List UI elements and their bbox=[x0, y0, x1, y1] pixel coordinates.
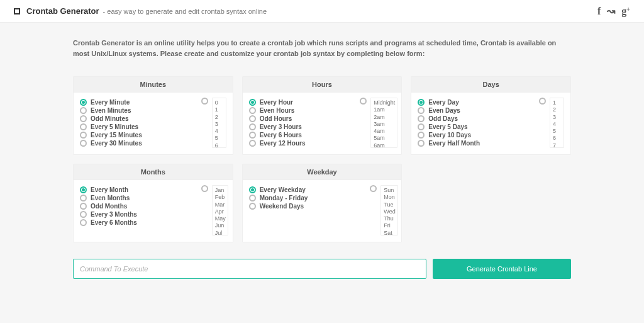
list-item[interactable]: 5 bbox=[215, 135, 224, 142]
list-item[interactable]: Midnight bbox=[374, 99, 395, 106]
twitter-icon[interactable]: ↝ bbox=[607, 5, 615, 17]
radio-option[interactable]: Every 3 Months bbox=[80, 211, 195, 218]
list-item[interactable]: 3am bbox=[374, 121, 395, 128]
panel-title-months: Months bbox=[74, 164, 233, 180]
days-list[interactable]: 123456789 bbox=[550, 98, 564, 147]
list-item[interactable]: Sat bbox=[384, 230, 395, 235]
radio-option[interactable]: Even Months bbox=[80, 195, 195, 201]
radio-icon bbox=[80, 115, 87, 122]
months-list-radio[interactable] bbox=[201, 185, 208, 192]
topbar: Crontab Generator - easy way to generate… bbox=[0, 0, 644, 23]
hours-options: Every HourEven HoursOdd HoursEvery 3 Hou… bbox=[249, 98, 354, 148]
radio-label: Even Months bbox=[91, 195, 130, 201]
list-item[interactable]: 1 bbox=[553, 99, 562, 106]
list-item[interactable]: 1 bbox=[215, 106, 224, 113]
list-item[interactable]: Feb bbox=[215, 194, 226, 201]
list-item[interactable]: 6am bbox=[374, 142, 395, 148]
radio-option[interactable]: Every 15 Minutes bbox=[80, 132, 195, 139]
radio-icon bbox=[80, 140, 87, 147]
list-item[interactable]: Jun bbox=[215, 222, 226, 229]
radio-option[interactable]: Every Minute bbox=[80, 99, 195, 106]
minutes-list-radio[interactable] bbox=[201, 98, 208, 105]
radio-label: Every 5 Days bbox=[428, 123, 467, 130]
list-item[interactable]: 4 bbox=[215, 128, 224, 135]
list-item[interactable]: Sun bbox=[384, 187, 395, 194]
list-item[interactable]: 4am bbox=[374, 128, 395, 135]
radio-option[interactable]: Every Weekday bbox=[249, 186, 364, 193]
radio-option[interactable]: Odd Minutes bbox=[80, 115, 195, 122]
radio-option[interactable]: Every 30 Minutes bbox=[80, 140, 195, 147]
list-item[interactable]: 1am bbox=[374, 106, 395, 113]
radio-icon bbox=[249, 140, 256, 147]
radio-option[interactable]: Every 3 Hours bbox=[249, 123, 354, 130]
list-item[interactable]: 6 bbox=[215, 142, 224, 148]
radio-option[interactable]: Every 6 Hours bbox=[249, 132, 354, 139]
weekday-list-radio[interactable] bbox=[370, 185, 377, 192]
radio-icon bbox=[418, 132, 425, 139]
list-item[interactable]: 5 bbox=[553, 128, 562, 135]
list-item[interactable]: 6 bbox=[553, 135, 562, 142]
radio-option[interactable]: Odd Months bbox=[80, 203, 195, 210]
radio-option[interactable]: Weekend Days bbox=[249, 203, 364, 210]
list-item[interactable]: 2am bbox=[374, 114, 395, 121]
radio-option[interactable]: Every 6 Months bbox=[80, 219, 195, 226]
radio-option[interactable]: Odd Hours bbox=[249, 115, 354, 122]
days-list-radio[interactable] bbox=[539, 98, 546, 105]
list-item[interactable]: Jan bbox=[215, 187, 226, 194]
radio-option[interactable]: Every Hour bbox=[249, 99, 354, 106]
list-item[interactable]: Mar bbox=[215, 201, 226, 208]
radio-option[interactable]: Every 10 Days bbox=[418, 132, 533, 139]
radio-option[interactable]: Every Day bbox=[418, 99, 533, 106]
radio-label: Odd Hours bbox=[260, 115, 292, 122]
radio-label: Every Hour bbox=[260, 99, 293, 106]
minutes-list[interactable]: 012345678 bbox=[213, 98, 226, 147]
radio-option[interactable]: Every Half Month bbox=[418, 140, 533, 147]
radio-icon bbox=[80, 132, 87, 139]
list-item[interactable]: 2 bbox=[553, 106, 562, 113]
radio-label: Even Hours bbox=[260, 107, 295, 114]
radio-label: Every Month bbox=[91, 186, 128, 193]
hours-list[interactable]: Midnight1am2am3am4am5am6am7am8am bbox=[371, 98, 397, 147]
list-item[interactable]: Mon bbox=[384, 194, 395, 201]
panel-title-days: Days bbox=[411, 77, 570, 93]
list-item[interactable]: Fri bbox=[384, 222, 395, 229]
list-item[interactable]: 7 bbox=[553, 142, 562, 148]
command-input[interactable] bbox=[73, 259, 426, 279]
radio-option[interactable]: Even Minutes bbox=[80, 107, 195, 114]
radio-label: Every 6 Months bbox=[91, 219, 137, 226]
radio-label: Odd Months bbox=[91, 203, 127, 210]
list-item[interactable]: Wed bbox=[384, 208, 395, 215]
brand-square-icon bbox=[14, 8, 20, 14]
list-item[interactable]: Jul bbox=[215, 230, 226, 235]
radio-icon bbox=[249, 195, 256, 201]
list-item[interactable]: 0 bbox=[215, 99, 224, 106]
generate-button[interactable]: Generate Crontab Line bbox=[433, 259, 571, 279]
radio-option[interactable]: Every Month bbox=[80, 186, 195, 193]
radio-icon bbox=[418, 140, 425, 147]
radio-option[interactable]: Even Days bbox=[418, 107, 533, 114]
googleplus-icon[interactable]: g+ bbox=[621, 6, 630, 17]
radio-label: Every 30 Minutes bbox=[91, 140, 142, 147]
list-item[interactable]: 3 bbox=[553, 114, 562, 121]
weekday-list[interactable]: SunMonTueWedThuFriSat bbox=[381, 186, 397, 235]
hours-list-radio[interactable] bbox=[360, 98, 367, 105]
list-item[interactable]: Apr bbox=[215, 208, 226, 215]
radio-option[interactable]: Every 12 Hours bbox=[249, 140, 354, 147]
list-item[interactable]: Tue bbox=[384, 201, 395, 208]
list-item[interactable]: 4 bbox=[553, 121, 562, 128]
radio-icon bbox=[80, 186, 87, 193]
radio-option[interactable]: Even Hours bbox=[249, 107, 354, 114]
list-item[interactable]: Thu bbox=[384, 215, 395, 222]
radio-option[interactable]: Every 5 Days bbox=[418, 123, 533, 130]
brand: Crontab Generator - easy way to generate… bbox=[14, 6, 267, 16]
radio-option[interactable]: Every 5 Minutes bbox=[80, 123, 195, 130]
months-list[interactable]: JanFebMarAprMayJunJulAugSep bbox=[213, 186, 228, 235]
facebook-icon[interactable]: f bbox=[597, 6, 601, 17]
radio-option[interactable]: Odd Days bbox=[418, 115, 533, 122]
list-item[interactable]: 5am bbox=[374, 135, 395, 142]
radio-label: Every 15 Minutes bbox=[91, 132, 142, 139]
list-item[interactable]: May bbox=[215, 215, 226, 222]
radio-option[interactable]: Monday - Friday bbox=[249, 195, 364, 201]
list-item[interactable]: 2 bbox=[215, 114, 224, 121]
list-item[interactable]: 3 bbox=[215, 121, 224, 128]
